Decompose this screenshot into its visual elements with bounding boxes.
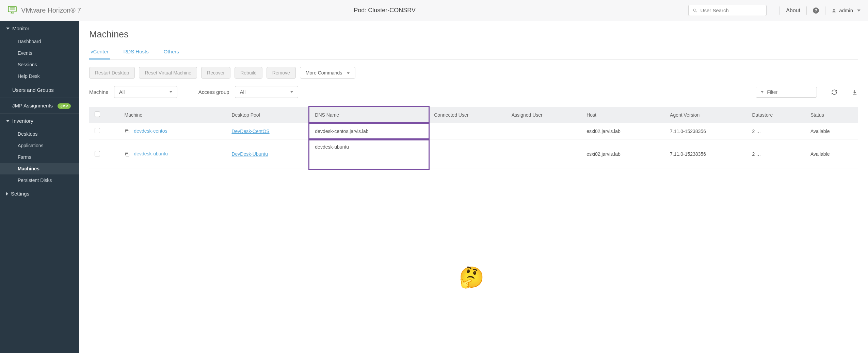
status-cell: Available xyxy=(805,123,858,139)
rebuild-button[interactable]: Rebuild xyxy=(235,67,262,79)
col-datastore[interactable]: Datastore xyxy=(747,107,805,123)
header-bar: VMware Horizon® 7 Pod: Cluster-CONSRV Ab… xyxy=(0,0,868,21)
pool-link[interactable]: DevDesk-CentOS xyxy=(231,129,269,134)
tab-others[interactable]: Others xyxy=(162,45,180,60)
user-search[interactable] xyxy=(688,5,767,16)
more-commands-label: More Commands xyxy=(306,70,342,75)
table-row[interactable]: devdesk-ubuntu DevDesk-Ubuntu devdesk-ub… xyxy=(89,139,858,169)
restart-desktop-button[interactable]: Restart Desktop xyxy=(89,67,135,79)
nav-farms[interactable]: Farms xyxy=(0,151,79,163)
select-all-checkbox[interactable] xyxy=(95,112,100,117)
user-search-input[interactable] xyxy=(701,7,762,13)
row-checkbox[interactable] xyxy=(95,128,100,133)
chevron-right-icon xyxy=(6,192,8,196)
nav-settings-label: Settings xyxy=(11,191,29,197)
host-cell: esxi02.jarvis.lab xyxy=(581,123,664,139)
refresh-button[interactable] xyxy=(831,89,837,95)
access-group-select[interactable]: All xyxy=(235,86,298,98)
more-commands-button[interactable]: More Commands xyxy=(300,67,355,79)
connected-cell xyxy=(429,139,506,169)
tabs: vCenter RDS Hosts Others xyxy=(89,45,858,60)
col-dns[interactable]: DNS Name xyxy=(309,107,429,123)
connected-cell xyxy=(429,123,506,139)
header-right: About ? admin xyxy=(688,5,861,16)
pod-label: Pod: Cluster-CONSRV xyxy=(81,7,688,14)
nav-persistent-disks[interactable]: Persistent Disks xyxy=(0,174,79,186)
machine-filter-select[interactable]: All xyxy=(114,86,177,98)
nav-help-desk[interactable]: Help Desk xyxy=(0,70,79,82)
help-icon[interactable]: ? xyxy=(813,7,819,14)
agent-cell: 7.11.0-15238356 xyxy=(664,123,746,139)
svg-point-2 xyxy=(833,9,835,11)
reset-vm-button[interactable]: Reset Virtual Machine xyxy=(139,67,197,79)
access-group-label: Access group xyxy=(198,89,229,95)
tab-rds-hosts[interactable]: RDS Hosts xyxy=(122,45,150,60)
pool-link[interactable]: DevDesk-Ubuntu xyxy=(231,151,268,157)
machine-link[interactable]: devdesk-ubuntu xyxy=(134,151,168,156)
divider xyxy=(779,6,780,15)
col-pool[interactable]: Desktop Pool xyxy=(226,107,309,123)
nav-inventory[interactable]: Inventory xyxy=(0,113,79,128)
svg-point-1 xyxy=(694,9,696,11)
dns-cell: devdesk-centos.jarvis.lab xyxy=(309,123,429,139)
chevron-down-icon xyxy=(290,91,293,93)
nav-machines[interactable]: Machines xyxy=(0,163,79,174)
nav-jmp[interactable]: JMP Assignments JMP xyxy=(0,98,79,113)
access-group-value: All xyxy=(240,89,246,95)
about-link[interactable]: About xyxy=(786,7,800,14)
remove-button[interactable]: Remove xyxy=(267,67,296,79)
nav-desktops[interactable]: Desktops xyxy=(0,128,79,140)
chevron-down-icon xyxy=(6,28,10,30)
datastore-cell: 2 … xyxy=(747,123,805,139)
status-cell: Available xyxy=(805,139,858,169)
horizon-icon xyxy=(7,5,17,16)
vm-icon xyxy=(124,129,130,134)
nav-settings[interactable]: Settings xyxy=(0,186,79,201)
jmp-badge: JMP xyxy=(58,103,71,109)
datastore-cell: 2 … xyxy=(747,139,805,169)
col-host[interactable]: Host xyxy=(581,107,664,123)
machine-link[interactable]: devdesk-centos xyxy=(134,128,167,134)
chevron-down-icon xyxy=(347,72,350,74)
sidebar: Monitor Dashboard Events Sessions Help D… xyxy=(0,21,79,353)
person-icon xyxy=(832,8,836,13)
nav-events[interactable]: Events xyxy=(0,47,79,59)
table-filter-input[interactable] xyxy=(767,89,813,95)
download-button[interactable] xyxy=(852,89,858,95)
table-row[interactable]: devdesk-centos DevDesk-CentOS devdesk-ce… xyxy=(89,123,858,139)
nav-monitor[interactable]: Monitor xyxy=(0,21,79,36)
host-cell: esxi02.jarvis.lab xyxy=(581,139,664,169)
recover-button[interactable]: Recover xyxy=(201,67,230,79)
action-bar: Restart Desktop Reset Virtual Machine Re… xyxy=(89,67,858,79)
col-connected[interactable]: Connected User xyxy=(429,107,506,123)
nav-applications[interactable]: Applications xyxy=(0,140,79,151)
page-title: Machines xyxy=(89,29,858,40)
col-machine[interactable]: Machine xyxy=(119,107,226,123)
chevron-down-icon xyxy=(170,91,172,93)
machines-table: Machine Desktop Pool DNS Name Connected … xyxy=(89,107,858,169)
divider xyxy=(806,6,807,15)
col-assigned[interactable]: Assigned User xyxy=(506,107,581,123)
user-label: admin xyxy=(839,7,853,13)
table-header-row: Machine Desktop Pool DNS Name Connected … xyxy=(89,107,858,123)
chevron-down-icon xyxy=(857,10,861,12)
divider xyxy=(825,6,825,15)
tab-vcenter[interactable]: vCenter xyxy=(89,45,110,60)
main-content: Machines vCenter RDS Hosts Others Restar… xyxy=(79,21,868,353)
assigned-cell xyxy=(506,123,581,139)
nav-dashboard[interactable]: Dashboard xyxy=(0,36,79,47)
user-menu[interactable]: admin xyxy=(832,7,861,13)
col-status[interactable]: Status xyxy=(805,107,858,123)
product-name: VMware Horizon® 7 xyxy=(21,6,81,14)
col-agent[interactable]: Agent Version xyxy=(664,107,746,123)
nav-sessions[interactable]: Sessions xyxy=(0,59,79,70)
machine-filter-label: Machine xyxy=(89,89,109,95)
nav-users-groups[interactable]: Users and Groups xyxy=(0,82,79,98)
table-filter[interactable] xyxy=(756,87,817,98)
agent-cell: 7.11.0-15238356 xyxy=(664,139,746,169)
assigned-cell xyxy=(506,139,581,169)
row-checkbox[interactable] xyxy=(95,151,100,156)
svg-rect-6 xyxy=(126,154,129,156)
filter-icon xyxy=(760,90,764,95)
nav-monitor-label: Monitor xyxy=(12,26,29,31)
